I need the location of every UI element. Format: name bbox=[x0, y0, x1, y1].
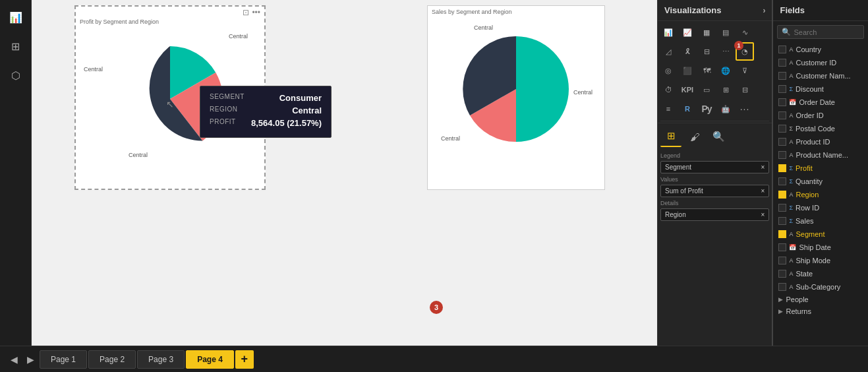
analytics-tab-btn[interactable]: 🔍 bbox=[708, 126, 729, 147]
group-people[interactable]: ▶ People bbox=[773, 294, 868, 305]
field-country[interactable]: A Country bbox=[773, 43, 868, 56]
field-customer-id[interactable]: A Customer ID bbox=[773, 56, 868, 69]
field-state[interactable]: A State bbox=[773, 267, 868, 280]
product-id-checkbox[interactable] bbox=[778, 138, 786, 146]
filled-map-viz-btn[interactable]: 🌐 bbox=[716, 61, 735, 80]
pie-viz-btn active[interactable]: ◔ 1 bbox=[736, 42, 754, 61]
field-region[interactable]: A Region bbox=[773, 188, 868, 201]
line-chart-viz-btn[interactable]: ∿ bbox=[736, 23, 754, 42]
profit-label: Profit bbox=[796, 164, 813, 172]
field-postal-code[interactable]: Σ Postal Code bbox=[773, 122, 868, 135]
region-checkbox[interactable] bbox=[778, 191, 786, 199]
funnel-viz-btn[interactable]: ⊽ bbox=[736, 61, 754, 80]
clustered-col-viz-btn[interactable]: ▤ bbox=[716, 23, 735, 42]
gauge-viz-btn[interactable]: ⏱ bbox=[659, 80, 678, 99]
order-date-checkbox[interactable] bbox=[778, 98, 786, 106]
model-view-icon[interactable]: ⬡ bbox=[4, 63, 28, 87]
region-type-icon: A bbox=[789, 191, 793, 198]
profit-checkbox[interactable] bbox=[778, 164, 786, 172]
values-field[interactable]: Sum of Profit× bbox=[660, 185, 769, 197]
legend-field[interactable]: Segment× bbox=[660, 161, 769, 173]
right-panels: Visualizations › 📊 📈 ▦ ▤ ∿ ◿ 🎗 ⊟ bbox=[657, 0, 868, 346]
focus-icon[interactable]: ⊡ bbox=[243, 8, 249, 17]
matrix-viz-btn[interactable]: ⊟ bbox=[736, 80, 754, 99]
format-tab-btn[interactable]: 🖌 bbox=[684, 126, 705, 147]
field-ship-date[interactable]: 📅 Ship Date bbox=[773, 241, 868, 254]
country-checkbox[interactable] bbox=[778, 46, 786, 53]
add-page-btn[interactable]: + bbox=[235, 350, 254, 369]
viz-collapse-icon[interactable]: › bbox=[763, 6, 765, 15]
field-order-id[interactable]: A Order ID bbox=[773, 109, 868, 122]
group-returns[interactable]: ▶ Returns bbox=[773, 305, 868, 317]
search-input[interactable] bbox=[794, 28, 868, 36]
more-viz-btn[interactable]: ··· bbox=[736, 100, 754, 118]
field-sub-category[interactable]: A Sub-Category bbox=[773, 280, 868, 294]
column-chart-viz-btn[interactable]: 📈 bbox=[678, 23, 697, 42]
sales-checkbox[interactable] bbox=[778, 217, 786, 225]
page-tab-3[interactable]: Page 3 bbox=[137, 350, 185, 369]
region-label: Region bbox=[796, 191, 819, 199]
product-id-label: Product ID bbox=[796, 138, 830, 146]
fields-search[interactable]: 🔍 bbox=[777, 25, 864, 39]
ai-viz-btn[interactable]: 🤖 bbox=[716, 100, 735, 118]
details-field[interactable]: Region× bbox=[660, 208, 769, 221]
viz-icons-container: 📊 📈 ▦ ▤ ∿ ◿ 🎗 ⊟ ⋯ ◔ 1 bbox=[658, 21, 772, 121]
field-segment[interactable]: A Segment bbox=[773, 228, 868, 241]
returns-arrow-icon: ▶ bbox=[778, 308, 783, 315]
postal-code-type-icon: Σ bbox=[789, 125, 793, 132]
map-viz-btn[interactable]: 🗺 bbox=[697, 61, 716, 80]
stacked-bar-viz-btn[interactable]: ▦ bbox=[697, 23, 716, 42]
area-chart-viz-btn[interactable]: ◿ bbox=[659, 42, 678, 61]
quantity-checkbox[interactable] bbox=[778, 177, 786, 185]
report-view-icon[interactable]: 📊 bbox=[4, 5, 28, 29]
table-viz-btn[interactable]: ⊞ bbox=[716, 80, 735, 99]
kpi-viz-btn[interactable]: KPI bbox=[678, 80, 697, 99]
field-discount[interactable]: Σ Discount bbox=[773, 82, 868, 96]
r-viz-btn[interactable]: R bbox=[678, 100, 697, 118]
field-product-id[interactable]: A Product ID bbox=[773, 135, 868, 148]
fields-tab-btn[interactable]: ⊞ bbox=[660, 126, 681, 147]
treemap-viz-btn[interactable]: ⬛ bbox=[678, 61, 697, 80]
customer-name-checkbox[interactable] bbox=[778, 72, 786, 80]
segment-label: Segment bbox=[796, 230, 825, 238]
order-date-type-icon: 📅 bbox=[789, 99, 796, 106]
more-options-icon[interactable]: ••• bbox=[252, 8, 260, 17]
tab-next-btn[interactable]: ▶ bbox=[23, 354, 38, 365]
field-quantity[interactable]: Σ Quantity bbox=[773, 175, 868, 188]
page-tab-1[interactable]: Page 1 bbox=[40, 350, 87, 369]
field-ship-mode[interactable]: A Ship Mode bbox=[773, 254, 868, 267]
ribbon-chart-viz-btn[interactable]: 🎗 bbox=[678, 42, 697, 61]
field-customer-name[interactable]: A Customer Nam... bbox=[773, 69, 868, 82]
segment-checkbox[interactable] bbox=[778, 230, 786, 238]
postal-code-checkbox[interactable] bbox=[778, 125, 786, 133]
field-row-id[interactable]: Σ Row ID bbox=[773, 201, 868, 214]
row-id-checkbox[interactable] bbox=[778, 204, 786, 212]
sales-chart-widget[interactable]: Sales by Segment and Region Central Cent… bbox=[427, 5, 605, 190]
ship-mode-checkbox[interactable] bbox=[778, 257, 786, 264]
state-checkbox[interactable] bbox=[778, 270, 786, 278]
field-order-date[interactable]: 📅 Order Date bbox=[773, 96, 868, 109]
field-product-name[interactable]: A Product Name... bbox=[773, 148, 868, 162]
field-profit[interactable]: Σ Profit bbox=[773, 162, 868, 175]
slicer-viz-btn[interactable]: ≡ bbox=[659, 100, 678, 118]
field-sales[interactable]: Σ Sales bbox=[773, 214, 868, 228]
data-view-icon[interactable]: ⊞ bbox=[4, 34, 28, 58]
product-name-type-icon: A bbox=[789, 152, 793, 158]
python-viz-btn[interactable]: Py bbox=[697, 100, 716, 118]
page-tab-2[interactable]: Page 2 bbox=[88, 350, 136, 369]
waterfall-viz-btn[interactable]: ⊟ bbox=[697, 42, 716, 61]
donut-viz-btn[interactable]: ◎ bbox=[659, 61, 678, 80]
ship-date-checkbox[interactable] bbox=[778, 243, 786, 251]
tab-prev-btn[interactable]: ◀ bbox=[7, 354, 22, 365]
scatter-viz-btn[interactable]: ⋯ bbox=[716, 42, 735, 61]
widget-controls[interactable]: ⊡ ••• bbox=[243, 8, 260, 17]
order-id-checkbox[interactable] bbox=[778, 111, 786, 119]
product-name-checkbox[interactable] bbox=[778, 151, 786, 159]
card-viz-btn[interactable]: ▭ bbox=[697, 80, 716, 99]
customer-id-checkbox[interactable] bbox=[778, 59, 786, 67]
page-tab-4[interactable]: Page 4 bbox=[186, 350, 234, 369]
discount-checkbox[interactable] bbox=[778, 85, 786, 93]
label-central-left: Central bbox=[84, 66, 103, 73]
bar-chart-viz-btn[interactable]: 📊 bbox=[659, 23, 678, 42]
sub-category-checkbox[interactable] bbox=[778, 283, 786, 291]
